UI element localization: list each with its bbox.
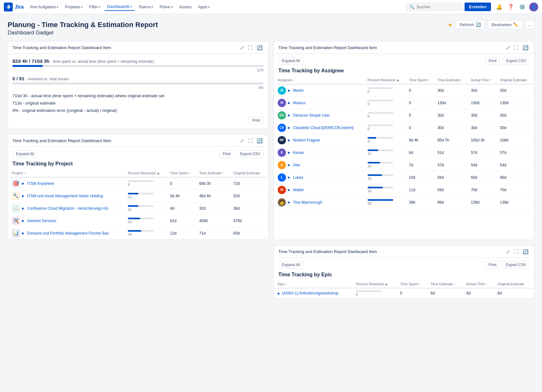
epic-expand-all-button[interactable]: Expand All <box>278 261 304 269</box>
gadget-project-resize-icon[interactable]: ⤢ <box>239 138 245 144</box>
nav-teams[interactable]: Teams▾ <box>136 3 156 11</box>
original-estimate-cell: 52d <box>231 190 267 202</box>
actual-time-cell: 6d <box>464 288 495 299</box>
gadget-assignee-resize-icon[interactable]: ⤢ <box>505 45 511 51</box>
gadget-epic-fullscreen-icon[interactable]: ⛶ <box>513 249 520 255</box>
gadget-project-refresh-icon[interactable]: 🔄 <box>256 138 264 144</box>
assignee-link[interactable]: Norbert Fragner <box>293 138 320 142</box>
time-estimate-cell: 69d 3h <box>197 177 231 190</box>
actual-time-cell: 130d <box>468 97 497 109</box>
stat-resolved-value: 0 / 91 - resolved vs. total issues <box>12 76 264 81</box>
stat4: 713d - original estimate <box>12 101 264 105</box>
th-project: Project ↑ <box>9 169 125 177</box>
epic-cell: ▶ (AAMJ-1) Anforderungsworkshop <box>275 288 353 299</box>
time-spent-cell: 6d <box>406 146 435 159</box>
search-input[interactable] <box>416 4 455 9</box>
project-link[interactable]: Demand und Portfolio Management Fischer … <box>27 231 109 236</box>
gadget-epic-refresh-icon[interactable]: 🔄 <box>522 249 530 255</box>
nav-plaene[interactable]: Pläne▾ <box>157 3 175 11</box>
logo[interactable]: Jira <box>4 3 24 11</box>
gadget-assignee-fullscreen-icon[interactable]: ⛶ <box>513 45 520 51</box>
progress-bar-time <box>12 65 264 67</box>
original-estimate-cell: 6d <box>495 288 533 299</box>
nav-dashboards[interactable]: Dashboards▾ <box>105 3 135 11</box>
assignee-export-button[interactable]: Export CSV <box>502 57 530 65</box>
assignee-link[interactable]: Cloudette Cloud [DEMICON Admin] <box>293 126 353 130</box>
help-icon[interactable]: ❓ <box>506 3 515 11</box>
table-row: 📊 ▶ Demand und Portfolio Management Fisc… <box>9 227 267 239</box>
time-estimate-cell: 59d <box>435 184 468 196</box>
epic-export-button[interactable]: Export CSV <box>502 261 530 269</box>
assignee-expand-all-button[interactable]: Expand All <box>278 57 304 65</box>
gadget-project-fullscreen-icon[interactable]: ⛶ <box>247 138 254 144</box>
edit-button[interactable]: Bearbeiten ✏️ <box>487 20 523 29</box>
time-spent-cell: 11d <box>406 184 435 196</box>
time-spent-cell: 39d <box>406 196 435 208</box>
summary-print-section: Print <box>12 117 264 124</box>
assignee-cell: W ▶ Walter <box>275 184 365 196</box>
assignee-link[interactable]: Martin <box>293 88 304 93</box>
assignee-link[interactable]: Alex <box>293 163 300 167</box>
th-proj-percent: Percent Resolved ▲ <box>125 169 167 177</box>
project-link[interactable]: ITSM und Asset Management Huber Holding <box>27 194 103 198</box>
epic-print-button[interactable]: Print <box>485 261 500 269</box>
time-estimate-cell: 30d <box>435 84 468 97</box>
assignee-link[interactable]: Demicon Simple User <box>293 113 330 118</box>
project-link[interactable]: ITSM Anywhere <box>27 181 54 186</box>
assignee-link[interactable]: Tina Myerscough <box>293 200 322 205</box>
time-estimate-cell: 99d <box>435 196 468 208</box>
percent-cell: 11 <box>125 190 167 202</box>
project-export-button[interactable]: Export CSV <box>237 150 264 158</box>
gadget-epic-resize-icon[interactable]: ⤢ <box>505 249 511 255</box>
nav-filter[interactable]: Filter▾ <box>86 3 103 11</box>
epic-link[interactable]: (AAMJ-1) Anforderungsworkshop <box>282 291 338 295</box>
nav-assets[interactable]: Assets <box>177 3 194 11</box>
nav-aufgaben[interactable]: Ihre Aufgaben▾ <box>27 3 61 11</box>
search-box[interactable]: 🔍 <box>406 3 463 11</box>
project-link[interactable]: Confluence Cloud Migration - Versicherun… <box>27 206 108 211</box>
th-assignee: Assignee ↑ <box>275 76 365 84</box>
nav-apps[interactable]: Apps▾ <box>195 3 213 11</box>
time-spent-cell: 0 <box>167 177 196 190</box>
assignee-print-button[interactable]: Print <box>485 57 500 65</box>
create-button[interactable]: Erstellen <box>465 3 491 11</box>
assignee-link[interactable]: Markus <box>293 101 305 105</box>
epic-table: Epic ↑ Percent Resolved ▲ Time Spent ↑ T… <box>275 280 533 299</box>
assignee-link[interactable]: Walter <box>293 188 304 192</box>
th-epic-estimate: Time Estimate ↑ <box>428 280 464 288</box>
project-expand-all-button[interactable]: Expand All <box>12 150 38 158</box>
project-cell: 🛠️ ▶ Generel Services <box>9 214 125 227</box>
project-print-button[interactable]: Print <box>219 150 234 158</box>
th-spent: Time Spent ↑ <box>406 76 435 84</box>
time-estimate-cell: 30d <box>435 121 468 134</box>
project-link[interactable]: Generel Services <box>27 219 56 223</box>
avatar[interactable]: 👤 <box>529 3 538 11</box>
nav-projekte[interactable]: Projekte▾ <box>62 3 85 11</box>
stat-time-value: 82d 4h / 710d 3h - time spent vs. actual… <box>12 58 264 64</box>
notification-icon[interactable]: 🔔 <box>495 3 504 11</box>
actual-time-cell: 54d <box>468 159 497 171</box>
gadget-summary-refresh-icon[interactable]: 🔄 <box>256 45 264 51</box>
time-estimate-cell: 51d <box>435 146 468 159</box>
gadget-summary-icons: ⤢ ⛶ 🔄 <box>239 45 264 51</box>
gadget-summary: Time Tracking and Estimation Report Dash… <box>8 41 268 129</box>
table-row: ☁️ ▶ Confluence Cloud Migration - Versic… <box>9 202 267 214</box>
star-button[interactable]: ★ <box>448 21 453 28</box>
assignee-link[interactable]: Lukas <box>293 175 303 180</box>
th-epic-spent: Time Spent ↑ <box>398 280 428 288</box>
table-row: NF ▶ Norbert Fragner 9 9d 4h 95d 7h 105d… <box>275 134 533 146</box>
progress-fill-time <box>12 65 43 67</box>
assignee-link[interactable]: Kenan <box>293 150 304 155</box>
gadget-summary-resize-icon[interactable]: ⤢ <box>239 45 245 51</box>
more-button[interactable]: ... <box>525 20 534 29</box>
time-estimate-cell: 6d <box>428 288 464 299</box>
time-spent-cell: 0 <box>406 97 435 109</box>
epic-section-title: Time Tracking by Epic <box>274 271 534 280</box>
percent-cell: 14 <box>125 227 167 239</box>
gadget-summary-fullscreen-icon[interactable]: ⛶ <box>247 45 254 51</box>
gadget-assignee-refresh-icon[interactable]: 🔄 <box>522 45 530 51</box>
refresh-button[interactable]: Refresh 🔄 <box>455 20 485 29</box>
settings-icon[interactable]: ⚙️ <box>518 3 527 11</box>
summary-print-button[interactable]: Print <box>249 117 264 124</box>
page-header: Planung - Time Tracking & Estimation Rep… <box>8 14 534 41</box>
